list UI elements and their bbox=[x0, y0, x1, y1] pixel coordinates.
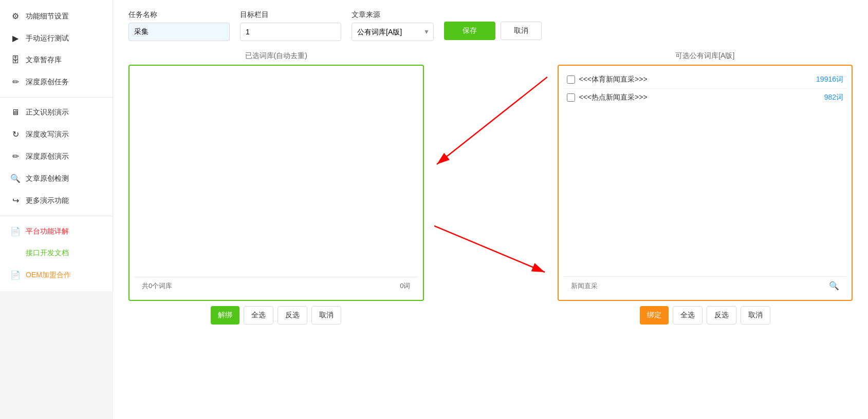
left-panel-actions: 解绑 全选 反选 取消 bbox=[128, 306, 424, 325]
left-panel-title: 已选词库(自动去重) bbox=[128, 51, 424, 61]
sidebar-icon-feature-settings: ⚙ bbox=[10, 11, 21, 21]
sidebar-divider bbox=[0, 97, 113, 98]
sidebar-item-more-demo[interactable]: ↪ 更多演示功能 bbox=[0, 189, 113, 212]
sidebar-container: ⚙ 功能细节设置 ▶ 手动运行测试 🗄 文章暂存库 ✏ 深度原创任务 🖥 正文识… bbox=[0, 0, 113, 291]
sidebar-item-deep-original[interactable]: ✏ 深度原创任务 bbox=[0, 71, 113, 93]
right-item-label-0: <<<体育新闻直采>>> bbox=[579, 75, 812, 84]
sidebar-icon-more-demo: ↪ bbox=[10, 196, 21, 205]
sidebar-label-deep-rewrite: 深度改写演示 bbox=[26, 130, 69, 139]
sidebar-divider bbox=[0, 216, 113, 216]
right-cancel-button[interactable]: 取消 bbox=[741, 306, 770, 325]
sidebar-item-deep-original-demo[interactable]: ✏ 深度原创演示 bbox=[0, 145, 113, 167]
bind-button[interactable]: 绑定 bbox=[640, 306, 669, 325]
sidebar-icon-manual-run: ▶ bbox=[10, 33, 21, 43]
sidebar-label-manual-run: 手动运行测试 bbox=[26, 34, 69, 43]
sidebar-label-feature-settings: 功能细节设置 bbox=[26, 12, 69, 21]
arrows-svg bbox=[434, 51, 547, 318]
sidebar-item-oem[interactable]: 📄 OEM加盟合作 bbox=[0, 264, 113, 286]
article-source-label: 文章来源 bbox=[352, 10, 434, 20]
right-item-checkbox-0[interactable] bbox=[567, 75, 575, 84]
left-panel-footer: 共0个词库 0词 bbox=[135, 277, 418, 295]
sidebar-icon-deep-rewrite: ↻ bbox=[10, 129, 21, 139]
right-item-count-1: 982词 bbox=[824, 93, 843, 102]
sidebar-label-platform-detail: 平台功能详解 bbox=[26, 227, 69, 236]
right-footer-search bbox=[571, 282, 657, 290]
sidebar-item-manual-run[interactable]: ▶ 手动运行测试 bbox=[0, 27, 113, 49]
article-source-group: 文章来源 公有词库[A版] 私有词库 共享词库 ▼ bbox=[352, 10, 434, 41]
right-search-input[interactable] bbox=[571, 282, 657, 290]
save-button[interactable]: 保存 bbox=[444, 22, 495, 40]
sidebar-icon-oem: 📄 bbox=[10, 270, 21, 280]
task-name-group: 任务名称 bbox=[128, 10, 230, 41]
form-row: 任务名称 目标栏目 文章来源 公有词库[A版] 私有词库 共享词库 ▼ 保存 取… bbox=[128, 10, 853, 41]
sidebar-item-feature-settings[interactable]: ⚙ 功能细节设置 bbox=[0, 5, 113, 27]
left-panel-content bbox=[135, 71, 418, 277]
target-column-label: 目标栏目 bbox=[240, 10, 341, 20]
right-item-label-1: <<<热点新闻直采>>> bbox=[579, 93, 820, 102]
right-panel-wrap: 可选公有词库[A版] <<<体育新闻直采>>> 19916词 <<<热点新闻直采… bbox=[558, 51, 853, 325]
svg-line-2 bbox=[434, 226, 545, 272]
right-panel-actions: 绑定 全选 反选 取消 bbox=[558, 306, 853, 325]
article-source-select[interactable]: 公有词库[A版] 私有词库 共享词库 bbox=[352, 23, 434, 41]
sidebar-item-deep-rewrite[interactable]: ↻ 深度改写演示 bbox=[0, 123, 113, 145]
sidebar-item-platform-detail[interactable]: 📄 平台功能详解 bbox=[0, 220, 113, 242]
right-panel-item: <<<体育新闻直采>>> 19916词 bbox=[564, 71, 847, 89]
sidebar-item-api-doc[interactable]: 接口开发文档 bbox=[0, 242, 113, 264]
sidebar-item-article-cache[interactable]: 🗄 文章暂存库 bbox=[0, 49, 113, 71]
cancel-button[interactable]: 取消 bbox=[501, 22, 542, 40]
form-actions: 保存 取消 bbox=[444, 11, 542, 40]
sidebar-label-article-cache: 文章暂存库 bbox=[26, 55, 62, 65]
task-name-input[interactable] bbox=[128, 23, 230, 41]
sidebar-item-article-detection[interactable]: 🔍 文章原创检测 bbox=[0, 167, 113, 189]
task-name-label: 任务名称 bbox=[128, 10, 230, 20]
right-panel-title: 可选公有词库[A版] bbox=[558, 51, 853, 61]
target-column-group: 目标栏目 bbox=[240, 10, 341, 41]
left-footer-count: 共0个词库 bbox=[142, 281, 172, 291]
left-invert-button[interactable]: 反选 bbox=[278, 306, 307, 325]
sidebar-icon-text-recognition: 🖥 bbox=[10, 108, 21, 117]
sidebar-icon-article-cache: 🗄 bbox=[10, 55, 21, 65]
sidebar-label-text-recognition: 正文识别演示 bbox=[26, 108, 69, 117]
left-footer-words: 0词 bbox=[400, 281, 410, 291]
right-panel-footer: 🔍 bbox=[564, 276, 847, 295]
sidebar-icon-platform-detail: 📄 bbox=[10, 226, 21, 236]
sidebar-icon-deep-original: ✏ bbox=[10, 77, 21, 87]
right-invert-button[interactable]: 反选 bbox=[707, 306, 736, 325]
target-column-input[interactable] bbox=[240, 23, 341, 41]
left-panel-wrap: 已选词库(自动去重) 共0个词库 0词 解绑 全选 反选 取消 bbox=[128, 51, 424, 325]
left-cancel-button[interactable]: 取消 bbox=[311, 306, 341, 325]
left-panel-box: 共0个词库 0词 bbox=[128, 65, 424, 301]
sidebar-icon-article-detection: 🔍 bbox=[10, 174, 21, 183]
sidebar-icon-deep-original-demo: ✏ bbox=[10, 151, 21, 161]
right-item-count-0: 19916词 bbox=[816, 75, 843, 84]
article-source-select-wrap: 公有词库[A版] 私有词库 共享词库 ▼ bbox=[352, 23, 434, 41]
sidebar: ⚙ 功能细节设置 ▶ 手动运行测试 🗄 文章暂存库 ✏ 深度原创任务 🖥 正文识… bbox=[0, 0, 113, 419]
sidebar-label-article-detection: 文章原创检测 bbox=[26, 174, 69, 183]
sidebar-label-oem: OEM加盟合作 bbox=[26, 271, 71, 280]
sidebar-label-more-demo: 更多演示功能 bbox=[26, 196, 69, 205]
left-select-all-button[interactable]: 全选 bbox=[244, 306, 273, 325]
arrow-area bbox=[434, 51, 547, 325]
right-panel-content: <<<体育新闻直采>>> 19916词 <<<热点新闻直采>>> 982词 bbox=[564, 71, 847, 276]
right-panel-box: <<<体育新闻直采>>> 19916词 <<<热点新闻直采>>> 982词 🔍 bbox=[558, 65, 853, 301]
right-panel-item: <<<热点新闻直采>>> 982词 bbox=[564, 89, 847, 106]
panels-area: 已选词库(自动去重) 共0个词库 0词 解绑 全选 反选 取消 bbox=[128, 51, 853, 325]
svg-line-1 bbox=[437, 77, 547, 164]
main-content: 任务名称 目标栏目 文章来源 公有词库[A版] 私有词库 共享词库 ▼ 保存 取… bbox=[113, 0, 868, 419]
sidebar-item-text-recognition[interactable]: 🖥 正文识别演示 bbox=[0, 102, 113, 123]
sidebar-label-api-doc: 接口开发文档 bbox=[26, 249, 69, 258]
right-select-all-button[interactable]: 全选 bbox=[673, 306, 703, 325]
sidebar-label-deep-original: 深度原创任务 bbox=[26, 78, 69, 87]
unbind-button[interactable]: 解绑 bbox=[211, 306, 239, 325]
sidebar-label-deep-original-demo: 深度原创演示 bbox=[26, 152, 69, 161]
right-item-checkbox-1[interactable] bbox=[567, 93, 575, 102]
search-icon[interactable]: 🔍 bbox=[829, 281, 839, 291]
